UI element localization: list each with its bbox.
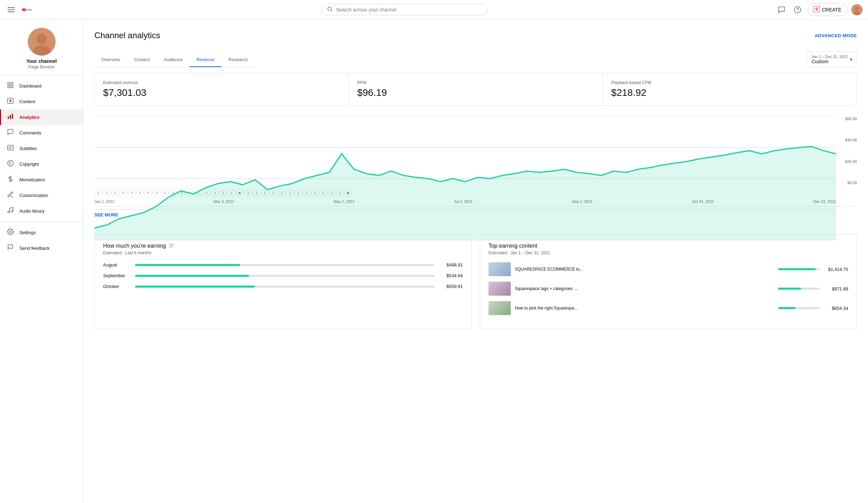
sidebar-item-label-subtitles: Subtitles bbox=[19, 146, 37, 151]
sidebar-item-content[interactable]: Content bbox=[0, 94, 83, 109]
content-value: $654.34 bbox=[824, 306, 848, 311]
create-plus-icon bbox=[813, 6, 820, 14]
help-icon-button[interactable] bbox=[792, 4, 803, 16]
page-title: Channel analytics bbox=[94, 31, 160, 40]
tab-content[interactable]: Content bbox=[127, 53, 157, 67]
earning-value: $559.91 bbox=[439, 284, 463, 289]
sidebar-item-comments[interactable]: Comments bbox=[0, 125, 83, 141]
top-earning-card-subtitle: Estimated · Jan 1 – Dec 31, 2021 bbox=[489, 250, 848, 255]
earning-bar-wrap bbox=[135, 286, 434, 288]
earning-bar bbox=[135, 286, 255, 288]
menu-button[interactable] bbox=[6, 5, 17, 14]
sidebar-item-label-copyright: Copyright bbox=[19, 162, 39, 167]
content-thumbnail bbox=[489, 282, 511, 296]
chart-container: $60.00$40.00$20.00$0.00 2222222222222222… bbox=[94, 111, 857, 226]
content-thumbnail bbox=[489, 262, 511, 276]
earning-bar-wrap bbox=[135, 264, 434, 266]
svg-rect-18 bbox=[8, 86, 10, 88]
nav-bottom: SettingsSend feedback bbox=[0, 225, 83, 256]
nav-main: DashboardContentAnalyticsCommentsSubtitl… bbox=[0, 78, 83, 219]
page-header: Channel analytics ADVANCED MODE bbox=[94, 31, 857, 40]
sidebar-item-audio-library[interactable]: Audio library bbox=[0, 203, 83, 219]
revenue-chart bbox=[94, 117, 836, 240]
svg-rect-17 bbox=[11, 83, 13, 85]
sidebar: Your channel Paige Brunton DashboardCont… bbox=[0, 19, 83, 503]
stat-label: RPM bbox=[357, 80, 594, 85]
sidebar-item-dashboard[interactable]: Dashboard bbox=[0, 78, 83, 94]
sidebar-item-settings[interactable]: Settings bbox=[0, 225, 83, 240]
svg-line-4 bbox=[331, 10, 332, 11]
search-input[interactable] bbox=[336, 7, 482, 13]
advanced-mode-link[interactable]: ADVANCED MODE bbox=[815, 33, 857, 38]
earning-month: October bbox=[103, 284, 131, 289]
date-range-label: Custom bbox=[811, 59, 848, 64]
stat-value: $7,301.03 bbox=[103, 87, 340, 98]
sidebar-item-customization[interactable]: Customization bbox=[0, 188, 83, 203]
channel-info: Your channel Paige Brunton bbox=[0, 25, 83, 75]
sidebar-item-subtitles[interactable]: Subtitles bbox=[0, 141, 83, 156]
svg-rect-24 bbox=[12, 114, 13, 119]
content-title: Squarespace tags + categories: ... bbox=[515, 286, 774, 292]
create-button[interactable]: CREATE bbox=[808, 3, 847, 16]
date-range-top: Jan 1 – Dec 31, 2021 bbox=[811, 55, 848, 59]
sidebar-item-label-monetization: Monetization bbox=[19, 177, 45, 182]
sidebar-item-label-customization: Customization bbox=[19, 193, 48, 198]
feedback-icon-button[interactable] bbox=[776, 4, 787, 16]
sidebar-item-label-send-feedback: Send feedback bbox=[19, 246, 50, 251]
tab-research[interactable]: Research bbox=[222, 53, 255, 67]
content-icon bbox=[7, 97, 14, 106]
avatar[interactable] bbox=[851, 4, 862, 15]
stat-item-estimated-revenue: Estimated revenue $7,301.03 bbox=[95, 73, 349, 105]
stat-label: Estimated revenue bbox=[103, 80, 340, 85]
content-title: How to pick the right Squarespa... bbox=[515, 305, 774, 311]
content-title: SQUARESPACE ECOMMERCE tu... bbox=[515, 266, 774, 272]
customization-icon bbox=[7, 191, 14, 200]
monetization-icon bbox=[7, 175, 14, 184]
sidebar-item-send-feedback[interactable]: Send feedback bbox=[0, 240, 83, 256]
date-selector-inner[interactable]: Jan 1 – Dec 31, 2021 Custom ▾ bbox=[807, 51, 857, 67]
svg-rect-25 bbox=[8, 145, 14, 150]
chart-area: $60.00$40.00$20.00$0.00 bbox=[94, 117, 857, 186]
sidebar-item-copyright[interactable]: Copyright bbox=[0, 156, 83, 172]
header-search bbox=[33, 4, 776, 15]
sidebar-item-label-audio-library: Audio library bbox=[19, 208, 44, 214]
tab-revenue[interactable]: Revenue bbox=[190, 53, 222, 67]
sidebar-item-label-dashboard: Dashboard bbox=[19, 83, 42, 89]
tab-overview[interactable]: Overview bbox=[94, 53, 127, 67]
svg-rect-16 bbox=[8, 83, 10, 85]
content-bar-wrap bbox=[778, 268, 820, 270]
sidebar-item-label-analytics: Analytics bbox=[19, 115, 40, 120]
date-selector-content: Jan 1 – Dec 31, 2021 Custom bbox=[811, 55, 848, 64]
header-right: CREATE bbox=[776, 3, 862, 16]
svg-point-30 bbox=[8, 211, 10, 213]
earning-card-subtitle: Estimated · Last 6 months bbox=[103, 250, 463, 255]
logo[interactable]: Studio bbox=[22, 6, 33, 14]
header: Studio bbox=[0, 0, 868, 19]
tab-audience[interactable]: Audience bbox=[157, 53, 190, 67]
sidebar-item-analytics[interactable]: Analytics bbox=[0, 109, 83, 125]
earning-value: $498.91 bbox=[439, 262, 463, 267]
send-feedback-icon bbox=[7, 244, 14, 253]
earning-bar-wrap bbox=[135, 275, 434, 277]
channel-handle: Paige Brunton bbox=[6, 65, 77, 69]
y-axis-label: $0.00 bbox=[847, 181, 857, 185]
svg-point-3 bbox=[328, 7, 332, 11]
content-bar bbox=[778, 268, 816, 270]
channel-name: Your channel bbox=[6, 58, 77, 64]
earning-bar bbox=[135, 264, 240, 266]
svg-point-14 bbox=[36, 34, 47, 44]
earning-value: $534.64 bbox=[439, 273, 463, 278]
stat-value: $96.19 bbox=[357, 87, 594, 98]
main-content: Channel analytics ADVANCED MODE Overview… bbox=[83, 19, 868, 503]
svg-point-11 bbox=[855, 7, 859, 11]
copyright-icon bbox=[7, 160, 14, 168]
create-label: CREATE bbox=[822, 7, 841, 13]
date-selector[interactable]: Jan 1 – Dec 31, 2021 Custom ▾ bbox=[807, 51, 857, 67]
avatar-image bbox=[851, 4, 862, 15]
comments-icon bbox=[7, 129, 14, 137]
channel-avatar bbox=[28, 28, 56, 56]
sidebar-item-monetization[interactable]: Monetization bbox=[0, 172, 83, 188]
stat-value: $218.92 bbox=[611, 87, 848, 98]
chart-y-axis: $60.00$40.00$20.00$0.00 bbox=[836, 117, 857, 186]
earning-bar bbox=[135, 275, 249, 277]
